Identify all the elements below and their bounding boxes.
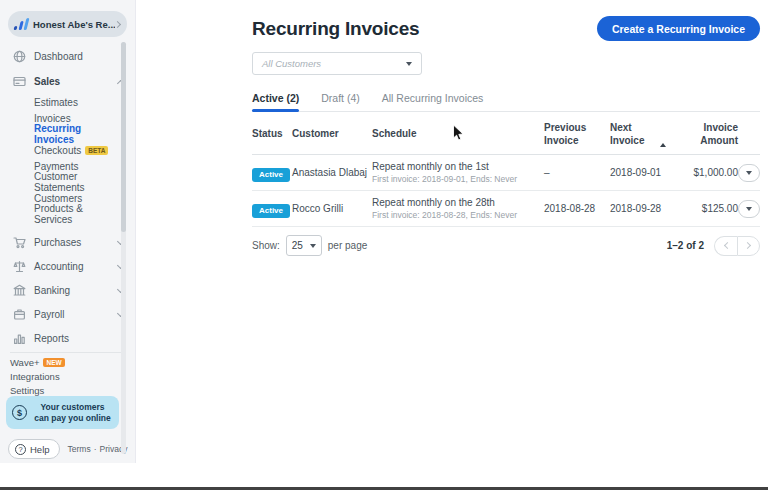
sidebar-item-label: Accounting (34, 261, 118, 272)
invoice-amount-cell: $125.00 (680, 203, 738, 214)
sidebar-divider (10, 352, 125, 353)
column-header-next-invoice[interactable]: Next Invoice (610, 122, 680, 147)
sidebar-item-label: Customers (34, 193, 82, 204)
sidebar-item-customer-statements[interactable]: Customer Statements (0, 174, 135, 190)
tab-all-recurring-invoices[interactable]: All Recurring Invoices (382, 92, 484, 111)
prev-page-button[interactable] (714, 236, 737, 256)
sidebar-item-banking[interactable]: Banking (0, 278, 135, 302)
sidebar-item-sales[interactable]: Sales (0, 69, 135, 94)
terms-link[interactable]: Terms (68, 444, 91, 454)
sidebar-item-label: Wave+ (10, 357, 39, 368)
sidebar-item-label: Payments (34, 161, 78, 172)
table-row[interactable]: Active Anastasia Dlabaj Repeat monthly o… (252, 155, 760, 191)
caret-down-icon (310, 244, 316, 248)
sidebar-item-accounting[interactable]: Accounting (0, 254, 135, 278)
schedule-detail: First invoice: 2018-09-01, Ends: Never (372, 174, 544, 184)
column-header-invoice-amount[interactable]: Invoice Amount (680, 122, 738, 147)
bar-chart-icon (12, 331, 26, 345)
sidebar-item-label: Purchases (34, 237, 118, 248)
page-title: Recurring Invoices (252, 18, 419, 40)
sidebar-item-label: Reports (34, 333, 123, 344)
payments-promo-callout[interactable]: $ Your customers can pay you online (6, 396, 119, 429)
sidebar-footer: ? Help Terms · Privacy (8, 439, 127, 459)
sidebar-item-dashboard[interactable]: Dashboard (0, 44, 135, 69)
sidebar-item-label: Invoices (34, 113, 71, 124)
sort-ascending-icon (660, 143, 666, 147)
cart-icon (12, 235, 26, 249)
column-header-schedule[interactable]: Schedule (372, 128, 544, 141)
schedule-cell: Repeat monthly on the 28th First invoice… (372, 197, 544, 220)
globe-icon (12, 50, 26, 64)
column-header-previous-invoice[interactable]: Previous Invoice (544, 122, 610, 147)
sidebar-item-purchases[interactable]: Purchases (0, 230, 135, 254)
dollar-icon: $ (12, 405, 27, 420)
customer-filter-dropdown[interactable]: All Customers (252, 52, 422, 75)
screenshot-bottom-border (0, 487, 768, 490)
create-recurring-invoice-button[interactable]: Create a Recurring Invoice (597, 16, 760, 41)
sidebar-item-reports[interactable]: Reports (0, 326, 135, 350)
tab-draft[interactable]: Draft (4) (321, 92, 360, 111)
sidebar-item-payroll[interactable]: Payroll (0, 302, 135, 326)
sidebar-item-label: Dashboard (34, 51, 123, 62)
next-invoice-cell: 2018-09-28 (610, 203, 680, 214)
sidebar-scrollbar[interactable] (121, 42, 126, 454)
page-size-value: 25 (292, 240, 303, 251)
sidebar-item-products-services[interactable]: Products & Services (0, 206, 135, 222)
business-selector[interactable]: Honest Abe's Re... (8, 11, 127, 37)
scales-icon (12, 259, 26, 273)
sidebar-item-estimates[interactable]: Estimates (0, 94, 135, 110)
sidebar-item-integrations[interactable]: Integrations (0, 369, 135, 383)
customer-filter-value: All Customers (262, 58, 406, 69)
sidebar-item-wave-plus[interactable]: Wave+ NEW (0, 355, 135, 369)
caret-down-icon (406, 62, 412, 66)
caret-down-icon (746, 207, 752, 211)
legal-separator: · (94, 444, 97, 454)
tab-bar: Active (2) Draft (4) All Recurring Invoi… (252, 92, 760, 112)
sidebar-item-label: Estimates (34, 97, 78, 108)
help-button[interactable]: ? Help (8, 439, 60, 459)
chevron-right-icon (114, 20, 121, 27)
sidebar: Honest Abe's Re... Dashboard Sales Estim… (0, 0, 136, 463)
row-actions-button[interactable] (738, 164, 760, 182)
question-mark-icon: ? (15, 444, 26, 455)
schedule-cell: Repeat monthly on the 1st First invoice:… (372, 161, 544, 184)
sidebar-item-label: Checkouts (34, 145, 81, 156)
table-footer: Show: 25 per page 1–2 of 2 (252, 235, 760, 256)
invoice-amount-cell: $1,000.00 (680, 167, 738, 178)
sidebar-item-label: Settings (10, 385, 44, 396)
sidebar-item-label: Banking (34, 285, 118, 296)
chevron-left-icon (723, 242, 730, 249)
sidebar-item-label: Products & Services (34, 203, 123, 225)
scrollbar-thumb[interactable] (121, 42, 126, 232)
next-invoice-cell: 2018-09-01 (610, 167, 680, 178)
sidebar-item-label: Payroll (34, 309, 118, 320)
app-window: Honest Abe's Re... Dashboard Sales Estim… (0, 0, 768, 463)
customer-cell: Anastasia Dlabaj (292, 167, 372, 178)
new-badge: NEW (43, 358, 64, 367)
row-actions-button[interactable] (738, 200, 760, 218)
sidebar-item-label: Recurring Invoices (34, 123, 123, 145)
sidebar-item-recurring-invoices[interactable]: Recurring Invoices (0, 126, 135, 142)
sidebar-item-label: Customer Statements (34, 171, 123, 193)
caret-down-icon (746, 171, 752, 175)
schedule-detail: First invoice: 2018-08-28, Ends: Never (372, 210, 544, 220)
tab-active[interactable]: Active (2) (252, 92, 299, 111)
sidebar-item-settings[interactable]: Settings (0, 383, 135, 397)
status-badge: Active (252, 204, 290, 218)
sidebar-item-label: Integrations (10, 371, 60, 382)
bank-icon (12, 283, 26, 297)
column-header-customer[interactable]: Customer (292, 128, 372, 141)
credit-card-icon (12, 75, 26, 89)
next-page-button[interactable] (737, 236, 760, 256)
chevron-right-icon (744, 242, 751, 249)
sidebar-nav: Dashboard Sales Estimates Invoices Recur… (0, 37, 135, 397)
customer-cell: Rocco Grilli (292, 203, 372, 214)
sidebar-item-label: Sales (34, 76, 118, 87)
table-header-row: Status Customer Schedule Previous Invoic… (252, 112, 760, 155)
table-row[interactable]: Active Rocco Grilli Repeat monthly on th… (252, 191, 760, 227)
page-size-select[interactable]: 25 (286, 235, 322, 256)
beta-badge: BETA (85, 146, 108, 155)
wave-logo-icon (14, 18, 30, 30)
callout-text: Your customers can pay you online (32, 402, 113, 423)
column-header-status[interactable]: Status (252, 128, 292, 141)
